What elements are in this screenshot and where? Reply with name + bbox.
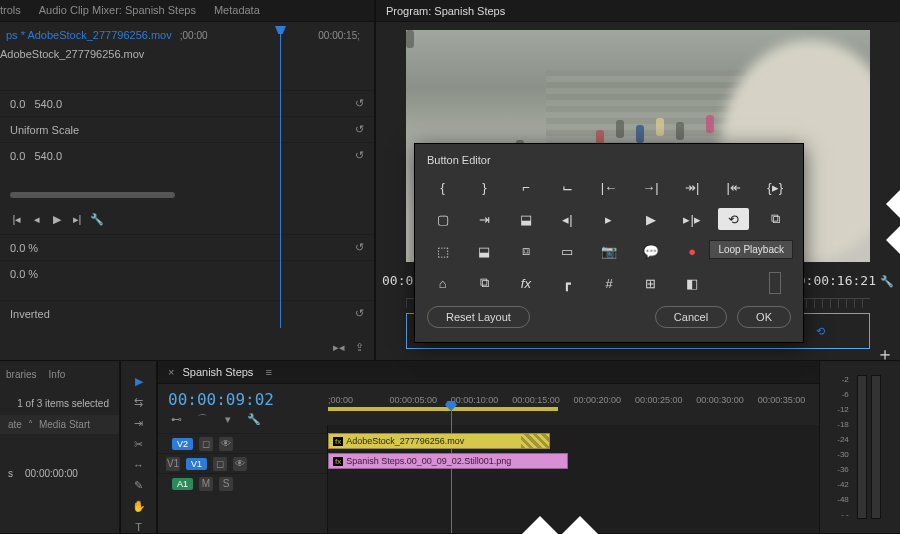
project-columns[interactable]: ate ˄ Media Start bbox=[0, 415, 119, 434]
type-tool-icon[interactable]: T bbox=[130, 521, 148, 533]
comments-icon[interactable]: 💬 bbox=[635, 240, 667, 262]
mute-icon[interactable]: M bbox=[199, 477, 213, 491]
toggle-track-output-icon[interactable]: ◻ bbox=[199, 437, 213, 451]
clip-video-v1[interactable]: fx Spanish Steps.00_00_09_02.Still001.pn… bbox=[328, 453, 568, 469]
go-next-edit-icon[interactable]: ↠| bbox=[676, 176, 708, 198]
reset-icon[interactable]: ↺ bbox=[355, 123, 364, 136]
tab-info[interactable]: Info bbox=[49, 369, 66, 380]
tab-audio-clip-mixer[interactable]: Audio Clip Mixer: Spanish Steps bbox=[39, 4, 196, 18]
play-icon[interactable]: ▶ bbox=[50, 212, 64, 226]
settings-icon[interactable]: 🔧 bbox=[90, 212, 104, 226]
tab-libraries[interactable]: braries bbox=[6, 369, 37, 380]
ruler-icon[interactable]: ┏ bbox=[552, 272, 584, 294]
razor-tool-icon[interactable]: ✂ bbox=[130, 438, 148, 451]
lift-icon[interactable]: ⬚ bbox=[427, 240, 459, 262]
pen-tool-icon[interactable]: ✎ bbox=[130, 479, 148, 492]
audio-meter-left[interactable] bbox=[857, 375, 867, 519]
ec-row-uniform-scale[interactable]: Uniform Scale ↺ bbox=[0, 116, 374, 142]
ec-row-opacity1[interactable]: 0.0 % ↺ bbox=[0, 234, 374, 260]
reset-icon[interactable]: ↺ bbox=[355, 241, 364, 254]
work-area-bar[interactable] bbox=[328, 407, 558, 411]
insert-icon[interactable]: ⇥ bbox=[469, 208, 501, 230]
ec-row-position[interactable]: 0.0 540.0 ↺ bbox=[0, 90, 374, 116]
closed-caption-icon[interactable]: ⌂ bbox=[427, 272, 459, 294]
overlay-icon[interactable]: ⧈ bbox=[510, 240, 542, 262]
toggle-track-output-icon[interactable]: ◻ bbox=[213, 457, 227, 471]
play-in-out-icon[interactable]: {▸} bbox=[759, 176, 791, 198]
clip-video-v2[interactable]: fx AdobeStock_277796256.mov bbox=[328, 433, 550, 449]
reset-icon[interactable]: ↺ bbox=[355, 149, 364, 162]
play-icon[interactable]: ▶ bbox=[635, 208, 667, 230]
mark-in-icon[interactable]: { bbox=[427, 176, 459, 198]
ec-mini-clip[interactable]: AdobeStock_277796256.mov bbox=[0, 48, 374, 60]
close-icon[interactable]: × bbox=[168, 366, 174, 378]
loop-playback-icon[interactable]: ⟲ bbox=[812, 323, 828, 339]
safe-margins-icon[interactable]: ▢ bbox=[427, 208, 459, 230]
go-first-keyframe-icon[interactable]: |◂ bbox=[10, 212, 24, 226]
ripple-edit-icon[interactable]: ⇥ bbox=[130, 417, 148, 430]
fx-icon[interactable]: fx bbox=[510, 272, 542, 294]
col-media-start[interactable]: Media Start bbox=[39, 419, 90, 430]
reset-layout-button[interactable]: Reset Layout bbox=[427, 306, 530, 328]
ec-playhead[interactable] bbox=[280, 30, 281, 328]
comparison-icon[interactable]: ◧ bbox=[676, 272, 708, 294]
solo-icon[interactable]: S bbox=[219, 477, 233, 491]
sort-asc-icon[interactable]: ˄ bbox=[28, 419, 33, 430]
ec-row-anchor[interactable]: 0.0 540.0 ↺ bbox=[0, 142, 374, 168]
track-header-a1[interactable]: A1 M S bbox=[158, 473, 327, 493]
vr-icon[interactable]: ⊞ bbox=[635, 272, 667, 294]
step-back-icon[interactable]: ◂| bbox=[552, 208, 584, 230]
guides-icon[interactable]: # bbox=[593, 272, 625, 294]
track-header-v2[interactable]: V2 ◻ 👁 bbox=[158, 433, 327, 453]
audio-meter-right[interactable] bbox=[871, 375, 881, 519]
col-framerate[interactable]: ate bbox=[8, 419, 22, 430]
panel-menu-icon[interactable]: ≡ bbox=[265, 366, 271, 378]
ok-button[interactable]: OK bbox=[737, 306, 791, 328]
mark-clip-icon[interactable]: ⌐ bbox=[510, 176, 542, 198]
toggle-track-lock-icon[interactable]: 👁 bbox=[219, 437, 233, 451]
slip-tool-icon[interactable]: ↔ bbox=[130, 459, 148, 471]
track-select-icon[interactable]: ⇆ bbox=[130, 396, 148, 409]
cancel-button[interactable]: Cancel bbox=[655, 306, 727, 328]
timeline-ruler[interactable]: ;00:00 00:00:05:00 00:00:10:00 00:00:15:… bbox=[328, 395, 819, 407]
reset-icon[interactable]: ↺ bbox=[355, 97, 364, 110]
export-icon[interactable]: ⇪ bbox=[355, 341, 364, 354]
record-icon[interactable]: ● bbox=[676, 240, 708, 262]
program-tab[interactable]: Program: Spanish Steps bbox=[376, 0, 900, 22]
keyframe-icon[interactable]: ▸◂ bbox=[333, 341, 345, 354]
snapshot-icon[interactable]: 📷 bbox=[593, 240, 625, 262]
reset-icon[interactable]: ↺ bbox=[355, 307, 364, 320]
hand-tool-icon[interactable]: ✋ bbox=[130, 500, 148, 513]
selection-tool-icon[interactable]: ▶ bbox=[130, 375, 148, 388]
toggle-track-lock-icon[interactable]: 👁 bbox=[233, 457, 247, 471]
proxy-icon[interactable]: ⧉ bbox=[469, 272, 501, 294]
meter-scale: -2 -6 -12 -18 -24 -30 -36 -42 -48 - - bbox=[837, 375, 849, 519]
mark-out-icon[interactable]: } bbox=[469, 176, 501, 198]
project-row[interactable]: s 00:00:00:00 bbox=[0, 458, 119, 489]
empty-slot-icon[interactable] bbox=[769, 272, 781, 294]
play-stop-icon[interactable]: ▸ bbox=[593, 208, 625, 230]
settings-icon[interactable]: 🔧 bbox=[880, 275, 894, 288]
next-keyframe-icon[interactable]: ▸| bbox=[70, 212, 84, 226]
tab-metadata[interactable]: Metadata bbox=[214, 4, 260, 18]
meter-tick: -12 bbox=[837, 405, 849, 414]
loop-playback-icon[interactable]: ⟲ bbox=[718, 208, 750, 230]
tab-effect-controls[interactable]: trols bbox=[0, 4, 21, 18]
source-patch-v1[interactable]: V1 bbox=[166, 457, 180, 471]
prev-keyframe-icon[interactable]: ◂ bbox=[30, 212, 44, 226]
go-to-in-icon[interactable]: |← bbox=[593, 176, 625, 198]
ec-row-inverted[interactable]: Inverted ↺ bbox=[0, 300, 374, 326]
play-around-icon[interactable]: ▸|▸ bbox=[676, 208, 708, 230]
export-frame-icon[interactable]: ▭ bbox=[552, 240, 584, 262]
ec-slider[interactable] bbox=[10, 192, 175, 198]
overwrite-icon[interactable]: ⬓ bbox=[510, 208, 542, 230]
mark-selection-icon[interactable]: ⌙ bbox=[552, 176, 584, 198]
go-prev-edit-icon[interactable]: |↞ bbox=[718, 176, 750, 198]
extract-icon[interactable]: ⬓ bbox=[469, 240, 501, 262]
timeline-sequence-tab[interactable]: Spanish Steps bbox=[182, 366, 253, 378]
timeline-playhead[interactable] bbox=[451, 407, 452, 533]
ec-row-opacity2[interactable]: 0.0 % bbox=[0, 260, 374, 286]
go-to-out-icon[interactable]: →| bbox=[635, 176, 667, 198]
multicam-icon[interactable]: ⧉ bbox=[759, 208, 791, 230]
track-header-v1[interactable]: V1 V1 ◻ 👁 bbox=[158, 453, 327, 473]
